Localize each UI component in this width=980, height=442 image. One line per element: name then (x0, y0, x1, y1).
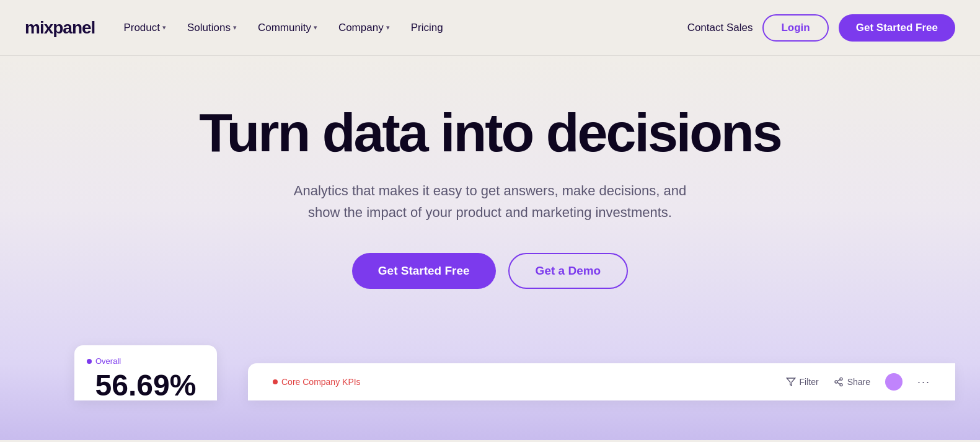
share-label: Share (847, 377, 870, 387)
card-label-text: Overall (95, 356, 121, 366)
nav-item-community-label: Community (258, 22, 311, 34)
login-button[interactable]: Login (762, 14, 828, 42)
hero-buttons: Get Started Free Get a Demo (352, 253, 628, 289)
navbar: mixpanel Product ▾ Solutions ▾ Community… (0, 0, 980, 56)
nav-item-product-label: Product (123, 22, 160, 34)
dashboard-card: Overall 56.69% (74, 345, 217, 400)
hero-section: Turn data into decisions Analytics that … (0, 56, 980, 440)
svg-point-3 (840, 384, 842, 386)
bar-dot (273, 379, 278, 384)
bar-right: Filter Share ··· (786, 373, 931, 391)
hero-title: Turn data into decisions (199, 105, 780, 160)
hero-subtitle: Analytics that makes it easy to get answ… (280, 180, 701, 223)
chevron-down-icon: ▾ (386, 24, 390, 32)
navbar-right: Contact Sales Login Get Started Free (687, 14, 955, 42)
get-demo-button[interactable]: Get a Demo (508, 253, 629, 289)
svg-point-2 (835, 381, 837, 383)
more-icon: ··· (917, 376, 930, 389)
card-value: 56.69% (87, 371, 205, 400)
bar-label-text: Core Company KPIs (281, 377, 361, 387)
chevron-down-icon: ▾ (162, 24, 166, 32)
nav-item-pricing[interactable]: Pricing (402, 17, 452, 39)
svg-point-1 (840, 378, 842, 381)
navbar-left: mixpanel Product ▾ Solutions ▾ Community… (25, 17, 452, 39)
nav-links: Product ▾ Solutions ▾ Community ▾ Compan… (115, 17, 451, 39)
nav-item-pricing-label: Pricing (411, 22, 443, 34)
overall-dot (87, 359, 92, 364)
nav-item-company[interactable]: Company ▾ (330, 17, 399, 39)
nav-item-solutions-label: Solutions (187, 22, 231, 34)
filter-icon (786, 377, 796, 387)
dashboard-bar: Core Company KPIs Filter Share ··· (248, 363, 955, 400)
svg-marker-0 (787, 378, 795, 386)
filter-action[interactable]: Filter (786, 377, 819, 387)
share-icon (834, 377, 844, 387)
more-action[interactable]: ··· (917, 376, 930, 389)
share-action[interactable]: Share (834, 377, 870, 387)
nav-item-product[interactable]: Product ▾ (115, 17, 175, 39)
get-started-nav-button[interactable]: Get Started Free (839, 14, 955, 42)
dashboard-preview: Overall 56.69% Core Company KPIs Filter … (25, 326, 955, 400)
filter-label: Filter (800, 377, 819, 387)
card-label: Overall (87, 356, 205, 366)
logo[interactable]: mixpanel (25, 18, 95, 38)
avatar (885, 373, 903, 391)
contact-sales-link[interactable]: Contact Sales (687, 22, 753, 34)
chevron-down-icon: ▾ (233, 24, 237, 32)
nav-item-company-label: Company (338, 22, 384, 34)
bar-label: Core Company KPIs (273, 377, 361, 387)
svg-line-4 (837, 382, 840, 384)
nav-item-community[interactable]: Community ▾ (249, 17, 326, 39)
get-started-hero-button[interactable]: Get Started Free (352, 253, 496, 289)
chevron-down-icon: ▾ (314, 24, 317, 32)
nav-item-solutions[interactable]: Solutions ▾ (179, 17, 245, 39)
svg-line-5 (837, 380, 840, 382)
